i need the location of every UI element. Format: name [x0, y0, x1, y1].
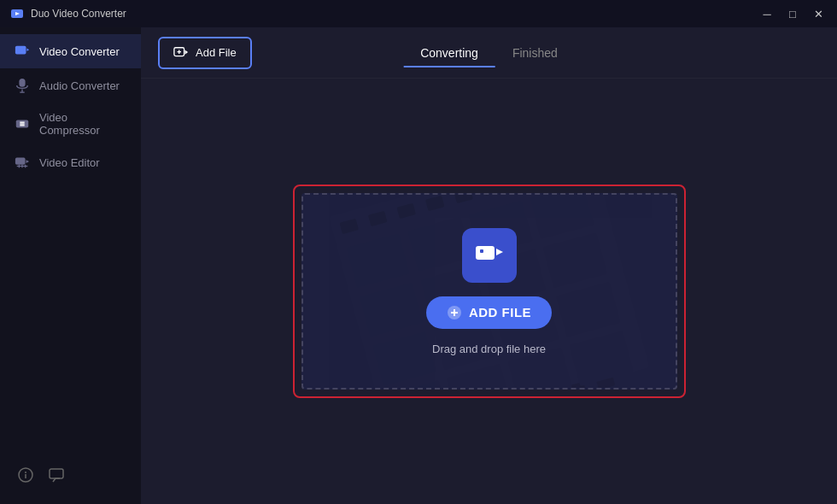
minimize-button[interactable]: ─	[755, 4, 779, 23]
svg-rect-5	[19, 79, 25, 87]
video-compressor-icon	[14, 115, 31, 132]
video-compressor-label: Video Compressor	[39, 111, 127, 137]
drop-zone-container: ADD FILE Drag and drop file here	[141, 79, 837, 504]
drop-zone[interactable]: ADD FILE Drag and drop file here	[301, 193, 677, 390]
film-strip-background	[303, 195, 676, 390]
svg-rect-12	[15, 158, 26, 165]
app-icon	[10, 7, 24, 21]
sidebar: Video Converter Audio Converter	[0, 27, 141, 504]
content-area: Add File Converting Finished	[141, 27, 837, 504]
title-bar-left: Duo Video Converter	[10, 7, 126, 21]
feedback-button[interactable]	[44, 463, 68, 487]
video-converter-label: Video Converter	[39, 45, 120, 58]
svg-rect-21	[50, 469, 63, 478]
tab-area: Converting Finished	[403, 39, 575, 67]
sidebar-item-video-compressor[interactable]: Video Compressor	[0, 103, 141, 145]
drop-zone-outer: ADD FILE Drag and drop file here	[293, 185, 686, 398]
main-layout: Video Converter Audio Converter	[0, 27, 837, 504]
video-editor-icon	[14, 154, 31, 171]
add-file-center-button[interactable]: ADD FILE	[426, 296, 552, 329]
add-file-center-label: ADD FILE	[469, 305, 531, 319]
video-camera-icon	[474, 240, 505, 271]
title-bar: Duo Video Converter ─ □ ✕	[0, 0, 837, 27]
svg-marker-13	[26, 160, 30, 163]
audio-converter-label: Audio Converter	[39, 79, 120, 92]
toolbar: Add File Converting Finished	[141, 27, 837, 79]
sidebar-item-video-editor[interactable]: Video Editor	[0, 145, 141, 179]
add-file-icon	[173, 45, 189, 61]
video-camera-icon-circle	[462, 228, 517, 283]
svg-rect-60	[476, 246, 495, 260]
plus-circle-icon	[447, 305, 462, 320]
app-title: Duo Video Converter	[31, 8, 126, 20]
tab-finished[interactable]: Finished	[495, 39, 575, 67]
svg-marker-3	[26, 48, 29, 51]
window-controls: ─ □ ✕	[755, 4, 830, 23]
svg-point-20	[25, 472, 26, 473]
info-button[interactable]	[14, 463, 38, 487]
svg-marker-61	[496, 249, 503, 255]
video-editor-label: Video Editor	[39, 156, 100, 169]
audio-converter-icon	[14, 77, 31, 94]
svg-rect-62	[480, 249, 483, 253]
add-file-button[interactable]: Add File	[158, 37, 252, 69]
add-file-label: Add File	[196, 46, 237, 59]
close-button[interactable]: ✕	[806, 4, 830, 23]
sidebar-bottom	[0, 453, 141, 497]
tab-converting[interactable]: Converting	[403, 39, 495, 67]
video-converter-icon	[14, 43, 31, 60]
svg-rect-2	[15, 46, 26, 55]
sidebar-item-video-converter[interactable]: Video Converter	[0, 34, 141, 68]
svg-marker-23	[185, 50, 189, 54]
drag-drop-text: Drag and drop file here	[432, 343, 546, 355]
sidebar-item-audio-converter[interactable]: Audio Converter	[0, 68, 141, 103]
maximize-button[interactable]: □	[781, 4, 805, 23]
